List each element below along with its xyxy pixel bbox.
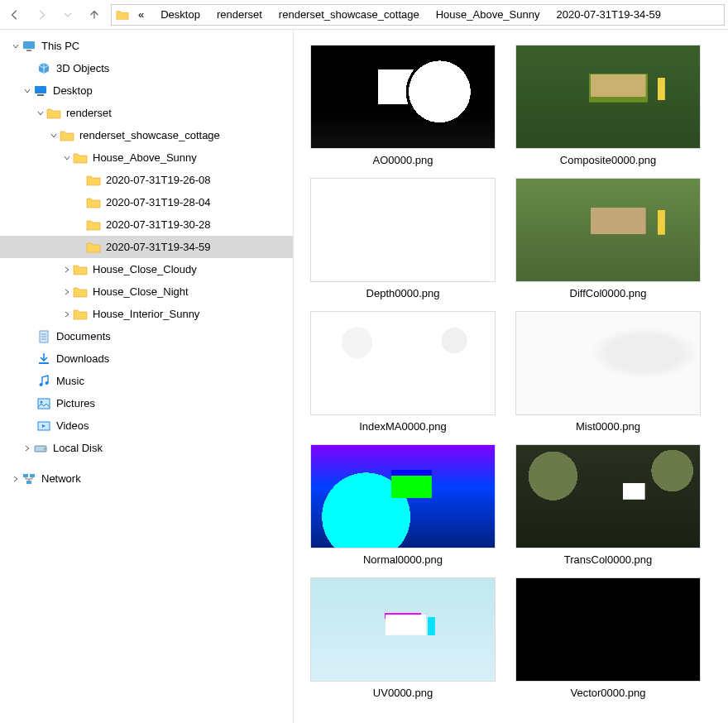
expand-icon[interactable] xyxy=(10,476,22,482)
file-item-uv[interactable]: UV0000.png xyxy=(310,577,496,699)
tree-label: 3D Objects xyxy=(56,62,109,74)
breadcrumb-desktop[interactable]: Desktop xyxy=(156,5,205,25)
breadcrumb-timestamp[interactable]: 2020-07-31T19-34-59 xyxy=(551,5,665,25)
tree-label: House_Interior_Sunny xyxy=(93,308,199,320)
tree-network[interactable]: Network xyxy=(0,467,293,490)
nav-tree: This PC 3D Objects Desktop renderset ren… xyxy=(0,30,294,723)
tree-label: Music xyxy=(56,375,84,387)
file-item-diffcol[interactable]: DiffCol0000.png xyxy=(515,178,701,299)
folder-icon xyxy=(73,307,88,322)
tree-ts4[interactable]: 2020-07-31T19-34-59 xyxy=(0,236,293,258)
breadcrumb-renderset[interactable]: renderset xyxy=(212,5,267,25)
file-label: Composite0000.png xyxy=(560,154,656,166)
svg-rect-3 xyxy=(37,94,44,96)
tree-ts1[interactable]: 2020-07-31T19-26-08 xyxy=(0,169,293,191)
tree-label: House_Close_Night xyxy=(93,285,189,298)
tree-documents[interactable]: Documents xyxy=(0,325,293,347)
file-item-ao[interactable]: AO0000.png xyxy=(310,45,496,166)
tree-label: Desktop xyxy=(53,84,93,97)
expand-icon[interactable] xyxy=(61,266,73,273)
file-label: AO0000.png xyxy=(372,154,433,166)
file-item-vector[interactable]: Vector0000.png xyxy=(515,577,701,699)
tree-label: House_Close_Cloudy xyxy=(93,263,197,275)
svg-rect-1 xyxy=(26,50,31,51)
tree-label: Pictures xyxy=(56,397,95,409)
toolbar: « Desktop renderset renderset_showcase_c… xyxy=(0,0,728,30)
file-label: Mist0000.png xyxy=(576,420,640,433)
thumbnail xyxy=(310,444,496,548)
tree-ts2[interactable]: 2020-07-31T19-28-04 xyxy=(0,191,293,213)
expand-icon[interactable] xyxy=(35,110,46,117)
thumbnail xyxy=(310,577,496,682)
tree-showcase[interactable]: renderset_showcase_cottage xyxy=(0,124,293,146)
svg-rect-8 xyxy=(39,362,49,364)
cube-icon xyxy=(36,61,51,76)
tree-label: Documents xyxy=(56,330,111,342)
tree-label: Network xyxy=(41,472,81,485)
tree-this-pc[interactable]: This PC xyxy=(0,35,293,57)
folder-icon xyxy=(46,106,61,121)
breadcrumb-house-above[interactable]: House_Above_Sunny xyxy=(431,5,545,25)
svg-rect-18 xyxy=(26,481,31,484)
svg-rect-0 xyxy=(23,41,35,49)
svg-rect-2 xyxy=(35,86,46,93)
nav-back[interactable] xyxy=(2,3,28,26)
expand-icon[interactable] xyxy=(61,311,73,318)
nav-forward[interactable] xyxy=(28,3,55,26)
tree-house-cloudy[interactable]: House_Close_Cloudy xyxy=(0,258,293,280)
breadcrumb-overflow[interactable]: « xyxy=(133,5,149,25)
file-label: UV0000.png xyxy=(373,687,433,699)
address-bar[interactable]: « Desktop renderset renderset_showcase_c… xyxy=(111,4,725,26)
svg-rect-17 xyxy=(30,474,35,477)
file-item-transcol[interactable]: TransCol0000.png xyxy=(515,444,701,566)
tree-house-above[interactable]: House_Above_Sunny xyxy=(0,146,293,169)
folder-icon xyxy=(73,151,88,165)
expand-icon[interactable] xyxy=(22,88,33,94)
nav-recent-dropdown[interactable] xyxy=(55,3,81,26)
tree-label: This PC xyxy=(41,40,79,52)
svg-rect-16 xyxy=(23,474,28,477)
tree-downloads[interactable]: Downloads xyxy=(0,347,293,370)
file-item-mist[interactable]: Mist0000.png xyxy=(515,311,701,433)
tree-pictures[interactable]: Pictures xyxy=(0,392,293,414)
drive-icon xyxy=(33,441,48,456)
file-label: DiffCol0000.png xyxy=(570,287,647,299)
nav-up[interactable] xyxy=(81,3,108,26)
tree-house-night[interactable]: House_Close_Night xyxy=(0,280,293,303)
thumbnail xyxy=(310,178,496,282)
tree-ts3[interactable]: 2020-07-31T19-30-28 xyxy=(0,213,293,236)
tree-videos[interactable]: Videos xyxy=(0,414,293,437)
folder-icon xyxy=(86,218,101,232)
folder-icon xyxy=(86,173,101,188)
music-icon xyxy=(36,374,51,389)
expand-icon[interactable] xyxy=(10,43,22,50)
tree-house-interior[interactable]: House_Interior_Sunny xyxy=(0,303,293,325)
tree-music[interactable]: Music xyxy=(0,370,293,392)
tree-local-disk[interactable]: Local Disk xyxy=(0,437,293,459)
expand-icon[interactable] xyxy=(61,289,73,295)
svg-point-10 xyxy=(46,381,49,385)
video-icon xyxy=(36,419,51,433)
file-item-indexma[interactable]: IndexMA0000.png xyxy=(310,311,496,433)
tree-desktop[interactable]: Desktop xyxy=(0,79,293,102)
thumbnail xyxy=(515,178,701,282)
tree-label: 2020-07-31T19-30-28 xyxy=(106,218,210,231)
thumbnail xyxy=(515,444,701,548)
pc-icon xyxy=(22,39,36,54)
download-icon xyxy=(36,352,51,366)
thumbnail xyxy=(515,577,701,682)
svg-rect-11 xyxy=(38,399,50,409)
tree-renderset[interactable]: renderset xyxy=(0,102,293,124)
desktop-icon xyxy=(33,84,48,98)
file-item-depth[interactable]: Depth0000.png xyxy=(310,178,496,299)
expand-icon[interactable] xyxy=(22,445,33,452)
tree-3d-objects[interactable]: 3D Objects xyxy=(0,57,293,79)
file-label: Normal0000.png xyxy=(363,553,443,566)
breadcrumb-showcase[interactable]: renderset_showcase_cottage xyxy=(274,5,424,25)
expand-icon[interactable] xyxy=(48,132,60,139)
expand-icon[interactable] xyxy=(61,155,73,161)
file-item-normal[interactable]: Normal0000.png xyxy=(310,444,496,566)
file-pane[interactable]: AO0000.png Composite0000.png Depth0000.p… xyxy=(294,30,728,723)
file-item-composite[interactable]: Composite0000.png xyxy=(515,45,701,166)
tree-label: renderset_showcase_cottage xyxy=(79,129,220,141)
